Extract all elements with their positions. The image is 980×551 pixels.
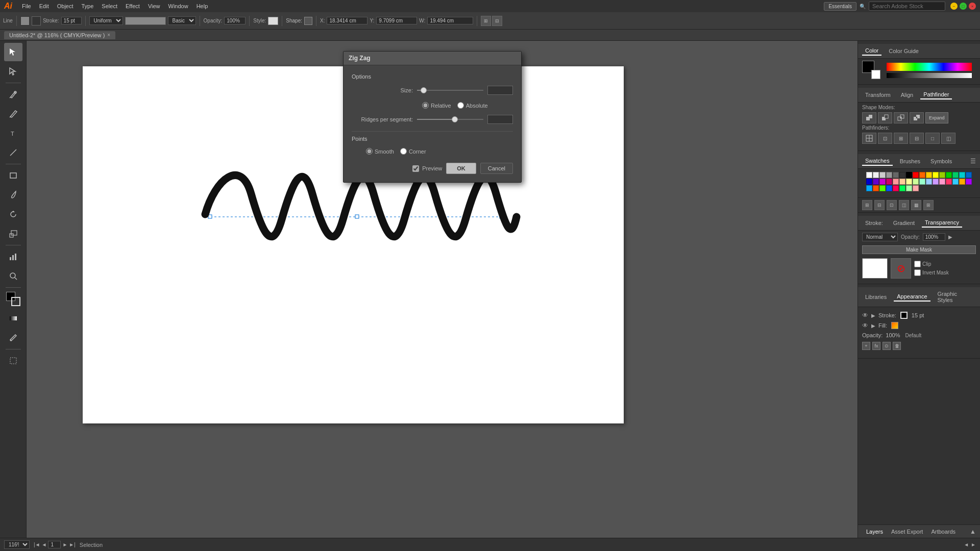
swatch-27[interactable] [939,179,945,185]
menu-view[interactable]: View [144,2,164,10]
swatch-39[interactable] [913,185,919,191]
selection-tool[interactable] [4,43,22,61]
background-color-box[interactable] [871,70,880,79]
dialog-title-bar[interactable]: Zig Zag [344,52,521,65]
opacity-expand-btn[interactable]: ▶ [948,234,952,240]
transform-tab[interactable]: Transform [862,91,894,99]
x-input[interactable] [327,17,368,24]
swatch-2[interactable] [879,172,886,178]
divide-btn[interactable] [862,133,876,144]
swatch-7[interactable] [913,172,919,178]
layers-expand-btn[interactable]: ▲ [970,528,976,535]
swatch-38[interactable] [906,185,912,191]
expand-btn[interactable]: Expand [925,112,948,123]
opacity-input[interactable] [224,17,246,24]
swatch-29[interactable] [952,179,959,185]
blend-mode-select[interactable]: Normal Multiply Screen [862,233,898,241]
ridges-slider-thumb[interactable] [452,116,458,122]
swatch-3[interactable] [886,172,892,178]
swatch-22[interactable] [906,179,912,185]
essentials-button[interactable]: Essentials [824,2,856,11]
stroke-expand-icon[interactable]: ▶ [871,313,875,318]
stock-search-input[interactable] [869,2,945,11]
merge-btn[interactable]: ⊞ [894,133,908,144]
smooth-radio[interactable] [366,148,373,155]
crop-btn[interactable]: ⊟ [910,133,924,144]
swatch-32[interactable] [866,185,872,191]
preview-checkbox[interactable] [412,165,419,172]
swatch-26[interactable] [933,179,939,185]
swatches-tab[interactable]: Swatches [862,157,893,166]
swatch-1[interactable] [873,172,879,178]
type-tool[interactable]: T [4,124,22,142]
graphic-styles-tab[interactable]: Graphic Styles [935,290,976,304]
w-input[interactable] [427,17,473,24]
y-input[interactable] [376,17,417,24]
menu-file[interactable]: File [18,2,35,10]
size-slider-thumb[interactable] [421,87,427,93]
intersect-btn[interactable] [894,112,908,123]
color-spectrum[interactable] [887,63,972,71]
stroke-color-indicator[interactable] [900,312,908,319]
prev-artboard-btn[interactable]: ◄ [42,542,47,547]
paintbrush-tool[interactable] [4,186,22,204]
style-swatch[interactable] [268,17,278,25]
maximize-button[interactable]: □ [960,3,967,10]
swatch-36[interactable] [893,185,899,191]
swatch-37[interactable] [899,185,905,191]
menu-window[interactable]: Window [165,2,192,10]
brushes-tab[interactable]: Brushes [897,157,923,165]
menu-object[interactable]: Object [54,2,77,10]
artboard-number-input[interactable] [48,541,61,548]
swatch-21[interactable] [899,179,905,185]
icon-btn-5[interactable]: ▦ [911,200,921,210]
swatch-31[interactable] [966,179,972,185]
canvas-area[interactable]: Zig Zag Options Size: 8% [27,41,857,538]
swatch-23[interactable] [913,179,919,185]
close-button[interactable]: × [969,3,976,10]
pen-tool[interactable] [4,85,22,104]
zoom-tool[interactable] [4,267,22,285]
scroll-right-btn[interactable]: ► [971,542,976,547]
gradient-tool[interactable] [4,309,22,328]
exclude-btn[interactable] [910,112,924,123]
stroke-visibility-icon[interactable]: 👁 [862,312,868,319]
libraries-tab[interactable]: Libraries [862,293,890,301]
swatch-6[interactable] [906,172,912,178]
appearance-del-btn[interactable]: 🗑 [893,342,901,350]
icon-btn-6[interactable]: ⊞ [923,200,934,210]
swatch-15[interactable] [966,172,972,178]
swatch-30[interactable] [959,179,965,185]
swatch-16[interactable] [866,179,872,185]
swatch-28[interactable] [946,179,952,185]
fill-color-indicator[interactable] [891,322,898,329]
last-artboard-btn[interactable]: ►| [69,542,76,547]
swatch-9[interactable] [926,172,932,178]
fill-color-swatch[interactable] [32,16,41,26]
cancel-button[interactable]: Cancel [480,163,513,174]
line-tool[interactable] [4,143,22,162]
icon-btn-3[interactable]: ⊡ [887,200,897,210]
swatch-5[interactable] [899,172,905,178]
graph-tool[interactable] [4,247,22,266]
stroke-panel-tab[interactable]: Stroke: [862,219,886,227]
transform-btn[interactable]: ⊞ [481,16,491,26]
absolute-radio[interactable] [457,102,464,109]
appearance-link-btn[interactable]: ⊙ [883,342,891,350]
minus-back-btn[interactable]: ◫ [941,133,955,144]
appearance-fx-btn[interactable]: fx [872,342,880,350]
swatch-4[interactable] [893,172,899,178]
menu-type[interactable]: Type [78,2,97,10]
ridges-value-input[interactable]: 17 [487,115,513,124]
first-artboard-btn[interactable]: |◄ [34,542,40,547]
swatch-20[interactable] [893,179,899,185]
invert-mask-checkbox[interactable] [914,269,921,276]
icon-btn-4[interactable]: ◫ [899,200,909,210]
fill-expand-icon[interactable]: ▶ [871,323,875,329]
eyedropper-tool[interactable] [4,329,22,347]
swatch-12[interactable] [946,172,952,178]
document-tab[interactable]: Untitled-2* @ 116% ( CMYK/Preview ) × [4,31,115,39]
swatch-19[interactable] [886,179,892,185]
stroke-style-select[interactable]: Uniform [89,16,123,25]
menu-help[interactable]: Help [193,2,212,10]
